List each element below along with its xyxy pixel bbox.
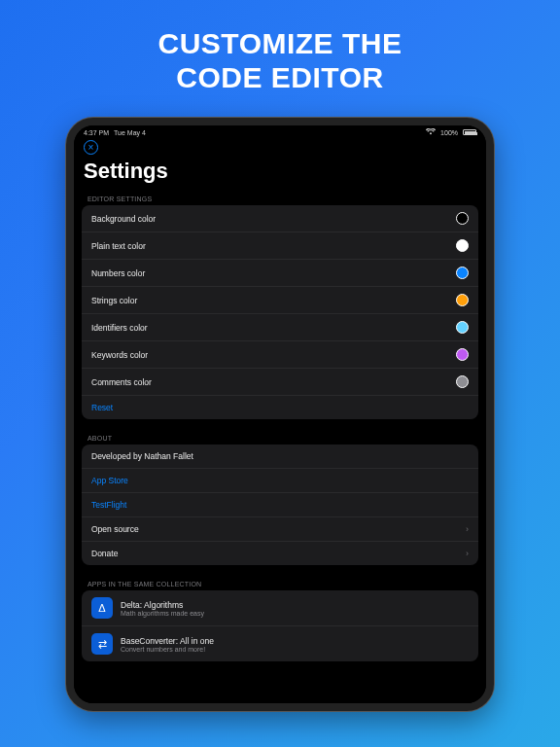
promo-line2: CODE EDITOR <box>0 61 560 95</box>
row-label: App Store <box>91 476 128 485</box>
row-plain-text-color[interactable]: Plain text color <box>82 232 478 260</box>
section-header-about: ABOUT <box>74 429 486 445</box>
app-row-baseconverter[interactable]: ⇄ BaseConverter: All in one Convert numb… <box>82 626 478 661</box>
color-swatch <box>456 212 469 225</box>
row-identifiers-color[interactable]: Identifiers color <box>82 314 478 341</box>
color-swatch <box>456 321 469 334</box>
color-swatch <box>456 239 469 252</box>
battery-icon <box>463 129 476 135</box>
apps-group: Δ Delta: Algorithms Math algorithms made… <box>82 590 478 661</box>
close-button[interactable]: × <box>84 140 98 155</box>
app-icon: ⇄ <box>91 633 113 655</box>
app-icon: Δ <box>91 597 113 619</box>
screen: 4:37 PM Tue May 4 100% × Settings EDITOR… <box>74 125 486 703</box>
row-testflight[interactable]: TestFlight <box>82 493 478 517</box>
color-swatch <box>456 348 469 361</box>
row-reset[interactable]: Reset <box>82 396 478 419</box>
row-open-source[interactable]: Open source › <box>82 517 478 542</box>
section-header-editor: EDITOR SETTINGS <box>74 190 486 205</box>
row-label: Keywords color <box>91 350 148 360</box>
row-app-store[interactable]: App Store <box>82 469 478 493</box>
ipad-frame: 4:37 PM Tue May 4 100% × Settings EDITOR… <box>66 118 494 711</box>
editor-settings-group: Background color Plain text color Number… <box>82 205 478 419</box>
promo-line1: CUSTOMIZE THE <box>0 27 560 61</box>
chevron-right-icon: › <box>466 549 469 558</box>
status-date: Tue May 4 <box>114 129 146 136</box>
chevron-right-icon: › <box>466 524 469 534</box>
close-icon: × <box>88 143 94 153</box>
reset-label: Reset <box>91 403 113 412</box>
row-label: Identifiers color <box>91 323 148 333</box>
row-developed-by: Developed by Nathan Fallet <box>82 445 478 469</box>
section-header-apps: APPS IN THE SAME COLLECTION <box>74 575 486 590</box>
promo-headline: CUSTOMIZE THE CODE EDITOR <box>0 0 560 118</box>
row-strings-color[interactable]: Strings color <box>82 287 478 314</box>
row-keywords-color[interactable]: Keywords color <box>82 341 478 369</box>
wifi-icon <box>426 128 436 136</box>
row-label: Strings color <box>91 296 137 305</box>
row-background-color[interactable]: Background color <box>82 205 478 232</box>
app-subtitle: Convert numbers and more! <box>121 646 214 653</box>
row-label: Numbers color <box>91 268 145 278</box>
row-label: Background color <box>91 214 156 224</box>
page-title: Settings <box>74 155 486 190</box>
app-name: Delta: Algorithms <box>121 600 204 610</box>
row-label: Open source <box>91 524 139 534</box>
status-battery-pct: 100% <box>440 129 458 136</box>
color-swatch <box>456 267 469 279</box>
status-bar: 4:37 PM Tue May 4 100% <box>74 125 486 138</box>
app-subtitle: Math algorithms made easy <box>121 610 204 617</box>
row-label: Developed by Nathan Fallet <box>91 451 193 461</box>
row-label: Plain text color <box>91 241 146 251</box>
row-comments-color[interactable]: Comments color <box>82 369 478 396</box>
app-name: BaseConverter: All in one <box>121 636 214 646</box>
row-label: Comments color <box>91 377 152 387</box>
row-numbers-color[interactable]: Numbers color <box>82 260 478 287</box>
row-donate[interactable]: Donate › <box>82 542 478 565</box>
about-group: Developed by Nathan Fallet App Store Tes… <box>82 445 478 565</box>
row-label: TestFlight <box>91 500 126 510</box>
app-row-delta[interactable]: Δ Delta: Algorithms Math algorithms made… <box>82 590 478 626</box>
color-swatch <box>456 375 469 388</box>
color-swatch <box>456 294 469 306</box>
row-label: Donate <box>91 549 118 558</box>
status-time: 4:37 PM <box>84 129 109 136</box>
